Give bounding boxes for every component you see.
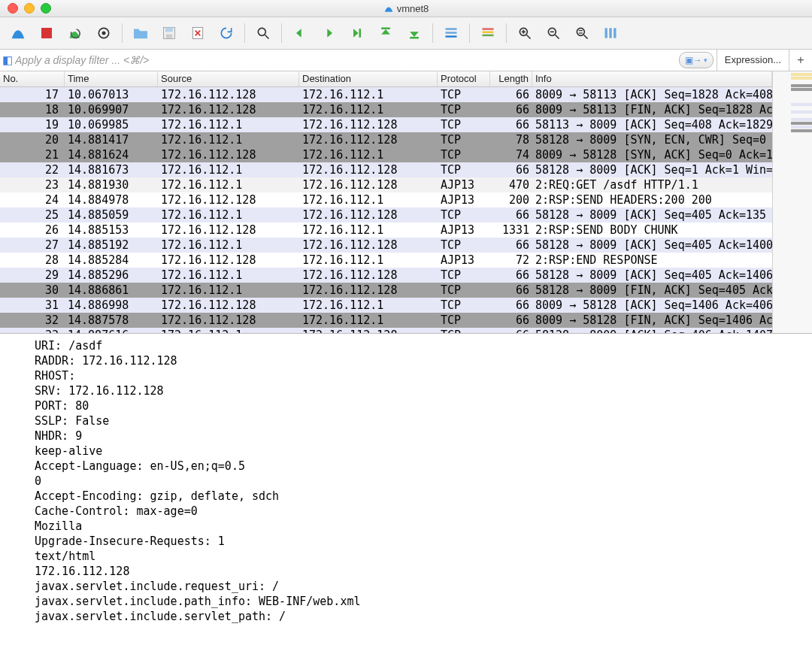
packet-row[interactable]: 3314.887616172.16.112.1172.16.112.128TCP… [0,328,772,333]
col-time[interactable]: Time [65,71,158,86]
detail-line[interactable]: 172.16.112.128 [35,564,812,579]
detail-line[interactable]: keep-alive [35,444,812,459]
zoom-in-icon[interactable] [513,21,537,45]
main-toolbar [0,17,812,50]
detail-line[interactable]: RHOST: [35,368,812,383]
go-to-packet-icon[interactable] [345,21,369,45]
reload-icon[interactable] [214,21,238,45]
window-controls [0,3,51,14]
bookmark-icon[interactable]: ◧ [0,53,15,67]
filter-bar: ◧ ▣→▾ Expression... + [0,50,812,71]
svg-rect-12 [446,28,457,30]
svg-point-2 [102,32,106,35]
detail-line[interactable]: Upgrade-Insecure-Requests: 1 [35,534,812,549]
find-icon[interactable] [251,21,275,45]
last-packet-icon[interactable] [402,21,426,45]
detail-line[interactable]: URI: /asdf [35,338,812,353]
toolbar-separator [122,23,123,43]
toolbar-separator [281,23,282,43]
col-no[interactable]: No. [0,71,65,86]
packet-row[interactable]: 2214.881673172.16.112.1172.16.112.128TCP… [0,162,772,177]
detail-line[interactable]: SSLP: False [35,413,812,428]
svg-rect-5 [166,35,172,38]
col-src[interactable]: Source [158,71,299,86]
display-filter-input[interactable] [15,54,676,66]
packet-row[interactable]: 1810.069907172.16.112.128172.16.112.1TCP… [0,102,772,117]
svg-point-25 [577,28,584,35]
packet-minimap[interactable] [772,71,812,333]
packet-row[interactable]: 2014.881417172.16.112.1172.16.112.128TCP… [0,132,772,147]
col-proto[interactable]: Protocol [438,71,490,86]
toolbar-separator [506,23,507,43]
resize-columns-icon[interactable] [598,21,623,45]
col-dst[interactable]: Destination [299,71,438,86]
packet-row[interactable]: 3014.886861172.16.112.1172.16.112.128TCP… [0,283,772,298]
detail-line[interactable]: javax.servlet.include.path_info: WEB-INF… [35,594,812,609]
detail-line[interactable]: javax.servlet.include.request_uri: / [35,579,812,594]
zoom-reset-icon[interactable] [570,21,594,45]
packet-row[interactable]: 3214.887578172.16.112.128172.16.112.1TCP… [0,313,772,328]
toolbar-separator [244,23,245,43]
detail-line[interactable]: SRV: 172.16.112.128 [35,383,812,398]
col-info[interactable]: Info [532,71,772,86]
packet-row[interactable]: 2314.881930172.16.112.1172.16.112.128AJP… [0,177,772,192]
svg-rect-29 [605,28,607,38]
packet-details-pane[interactable]: URI: /asdfRADDR: 172.16.112.128RHOST:SRV… [0,334,812,654]
svg-line-26 [584,35,588,39]
packet-row[interactable]: 1710.067013172.16.112.128172.16.112.1TCP… [0,87,772,102]
packet-row[interactable]: 2914.885296172.16.112.1172.16.112.128TCP… [0,268,772,283]
detail-line[interactable]: 0 [35,474,812,489]
stop-record-icon[interactable] [35,21,59,45]
svg-rect-9 [359,29,362,38]
save-icon[interactable] [157,21,181,45]
svg-rect-0 [41,28,52,38]
shark-fin-icon[interactable] [6,21,30,45]
packet-row[interactable]: 2114.881624172.16.112.128172.16.112.1TCP… [0,147,772,162]
packet-row[interactable]: 2414.884978172.16.112.128172.16.112.1AJP… [0,192,772,207]
svg-rect-15 [483,28,494,30]
detail-line[interactable]: Accept-Language: en-US,en;q=0.5 [35,459,812,474]
apply-filter-button[interactable]: ▣→▾ [679,52,714,68]
packet-row[interactable]: 2714.885192172.16.112.1172.16.112.128TCP… [0,238,772,253]
first-packet-icon[interactable] [374,21,398,45]
detail-line[interactable]: javax.servlet.include.servlet_path: / [35,609,812,624]
toolbar-separator [469,23,470,43]
packet-row[interactable]: 1910.069985172.16.112.1172.16.112.128TCP… [0,117,772,132]
detail-line[interactable]: Mozilla [35,519,812,534]
packet-row[interactable]: 3114.886998172.16.112.128172.16.112.1TCP… [0,298,772,313]
minimize-window-icon[interactable] [24,3,35,14]
close-window-icon[interactable] [8,3,18,14]
svg-line-19 [527,35,531,39]
options-gear-icon[interactable] [92,21,116,45]
open-folder-icon[interactable] [129,21,153,45]
close-file-icon[interactable] [186,21,210,45]
svg-rect-4 [165,28,173,32]
zoom-window-icon[interactable] [41,3,51,14]
title-bar: vmnet8 [0,0,812,17]
detail-line[interactable]: NHDR: 9 [35,428,812,444]
expression-button[interactable]: Expression... [717,50,789,71]
detail-line[interactable]: RADDR: 172.16.112.128 [35,353,812,368]
packet-row[interactable]: 2514.885059172.16.112.1172.16.112.128TCP… [0,207,772,223]
go-forward-icon[interactable] [317,21,341,45]
window-title: vmnet8 [397,3,429,14]
auto-scroll-icon[interactable] [439,21,463,45]
col-len[interactable]: Length [490,71,532,86]
go-back-icon[interactable] [288,21,312,45]
add-filter-button[interactable]: + [789,50,812,71]
detail-line[interactable]: Accept-Encoding: gzip, deflate, sdch [35,489,812,504]
svg-line-23 [556,35,559,39]
packet-header-row[interactable]: No. Time Source Destination Protocol Len… [0,71,772,87]
restart-capture-icon[interactable] [63,21,87,45]
detail-line[interactable]: PORT: 80 [35,398,812,413]
detail-line[interactable]: Cache-Control: max-age=0 [35,504,812,519]
app-window: vmnet8 ◧ ▣→▾ Expression... + No. Time So… [0,0,812,654]
detail-line[interactable]: text/html [35,549,812,564]
zoom-out-icon[interactable] [541,21,565,45]
toolbar-separator [432,23,433,43]
colorize-icon[interactable] [476,21,500,45]
svg-rect-10 [381,28,390,30]
packet-row[interactable]: 2814.885284172.16.112.128172.16.112.1AJP… [0,253,772,268]
svg-line-8 [265,35,269,39]
packet-row[interactable]: 2614.885153172.16.112.128172.16.112.1AJP… [0,223,772,238]
